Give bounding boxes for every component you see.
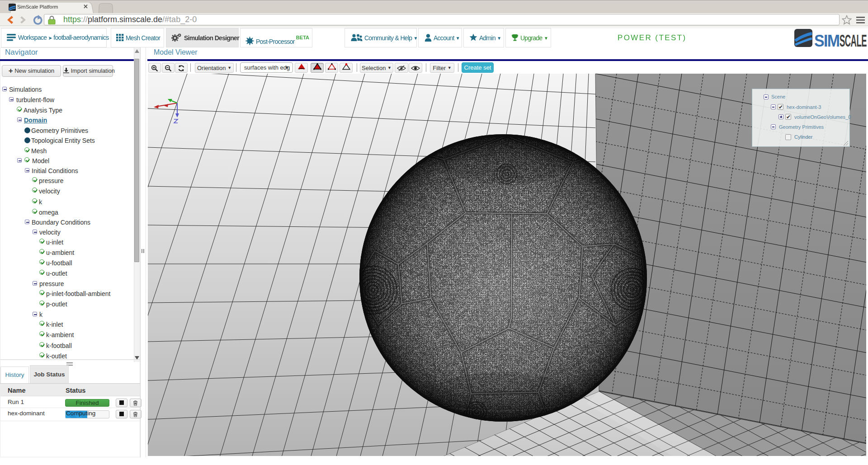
svg-text:SCALE: SCALE — [840, 32, 867, 47]
svg-text:SIM: SIM — [814, 32, 840, 47]
